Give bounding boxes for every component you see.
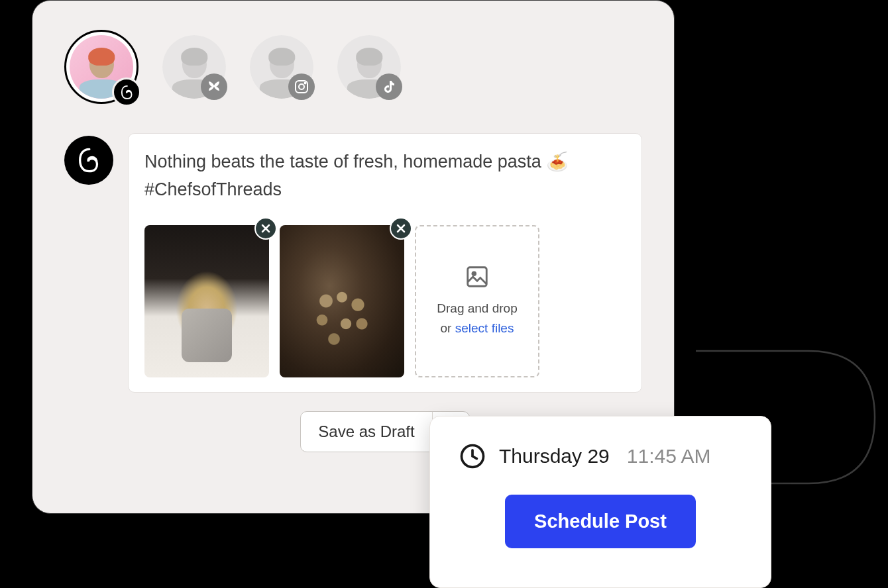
tiktok-icon [376,74,402,100]
dropzone-text: Drag and drop or select files [437,299,517,338]
close-icon [396,223,406,234]
media-thumbnail-2[interactable] [280,225,404,377]
media-thumbnail-1[interactable] [144,225,269,377]
schedule-post-button[interactable]: Schedule Post [505,495,696,548]
media-dropzone[interactable]: Drag and drop or select files [415,225,539,377]
schedule-time: 11:45 AM [627,445,711,467]
account-bluesky[interactable] [162,35,226,99]
schedule-popover: Thursday 29 11:45 AM Schedule Post [429,416,771,588]
threads-icon [112,77,141,107]
save-draft-button[interactable]: Save as Draft [301,412,431,452]
remove-media-button[interactable] [390,217,412,240]
post-text-input[interactable]: Nothing beats the taste of fresh, homema… [144,148,626,204]
remove-media-button[interactable] [254,217,277,240]
instagram-icon [288,74,315,100]
image-icon [465,264,490,289]
svg-rect-3 [468,268,487,287]
account-threads[interactable] [64,30,139,104]
svg-point-1 [299,84,304,89]
compose-box: Nothing beats the taste of fresh, homema… [128,133,642,393]
svg-point-2 [305,83,306,84]
compose-row: Nothing beats the taste of fresh, homema… [64,133,642,393]
account-tiktok[interactable] [337,35,401,99]
close-icon [260,223,271,234]
account-selector-row [64,30,642,104]
account-instagram[interactable] [250,35,313,99]
bluesky-icon [201,74,227,100]
threads-icon [64,136,113,185]
clock-icon [458,442,487,471]
media-row: Drag and drop or select files [144,225,626,377]
schedule-date: Thursday 29 [499,445,610,467]
select-files-link[interactable]: select files [455,321,514,335]
schedule-datetime-row[interactable]: Thursday 29 11:45 AM [458,442,743,471]
svg-point-4 [472,272,476,275]
